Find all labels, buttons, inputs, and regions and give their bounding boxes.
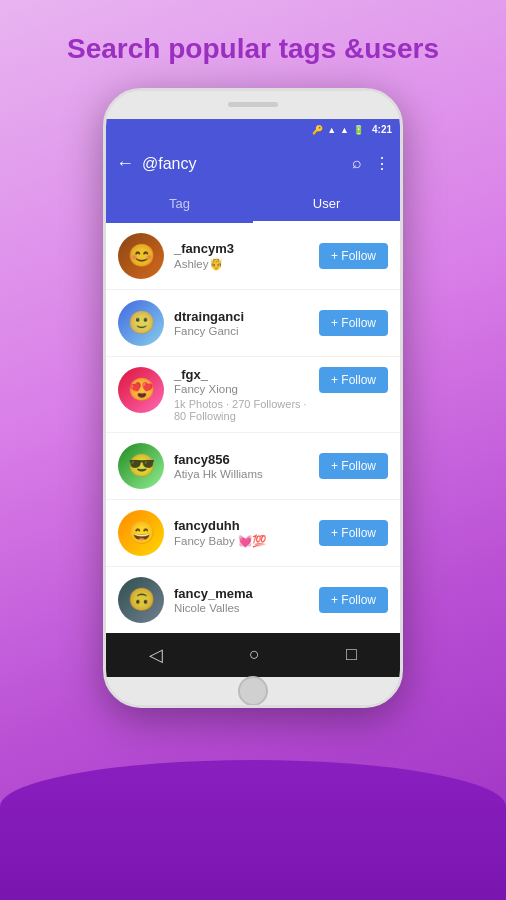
list-item: 😄fancyduhhFancy Baby 💓💯+ Follow bbox=[106, 500, 400, 567]
list-item: 😊_fancym3Ashley🤴+ Follow bbox=[106, 223, 400, 290]
user-display-name: Fancy Ganci bbox=[174, 325, 309, 337]
key-icon: 🔑 bbox=[312, 125, 323, 135]
user-handle: _fgx_ bbox=[174, 367, 309, 382]
more-icon[interactable]: ⋮ bbox=[374, 154, 390, 173]
tab-bar: Tag User bbox=[106, 187, 400, 223]
phone-frame: 🔑 ▲ ▲ 🔋 4:21 ← @fancy ⌕ ⋮ Tag User 😊_fan… bbox=[103, 88, 403, 708]
phone-top-bezel bbox=[106, 91, 400, 119]
wifi-icon: ▲ bbox=[340, 125, 349, 135]
follow-button[interactable]: + Follow bbox=[319, 453, 388, 479]
user-handle: fancyduhh bbox=[174, 518, 309, 533]
status-time: 4:21 bbox=[372, 124, 392, 135]
phone-speaker bbox=[228, 102, 278, 107]
user-info: dtrainganciFancy Ganci bbox=[174, 309, 309, 337]
avatar: 😄 bbox=[118, 510, 164, 556]
bottom-nav: ◁ ○ □ bbox=[106, 633, 400, 677]
avatar: 🙃 bbox=[118, 577, 164, 623]
user-display-name: Atiya Hk Williams bbox=[174, 468, 309, 480]
user-display-name: Fancy Xiong bbox=[174, 383, 309, 395]
avatar: 😎 bbox=[118, 443, 164, 489]
back-button[interactable]: ← bbox=[116, 153, 134, 174]
tab-tag[interactable]: Tag bbox=[106, 187, 253, 223]
user-info: fancyduhhFancy Baby 💓💯 bbox=[174, 518, 309, 548]
follow-button[interactable]: + Follow bbox=[319, 587, 388, 613]
avatar: 😊 bbox=[118, 233, 164, 279]
nav-home-button[interactable]: ○ bbox=[229, 636, 280, 673]
user-info: fancy_memaNicole Valles bbox=[174, 586, 309, 614]
bottom-wave bbox=[0, 760, 506, 900]
home-button[interactable] bbox=[238, 676, 268, 706]
user-stats: 1k Photos · 270 Followers · 80 Following bbox=[174, 398, 309, 422]
avatar: 🙂 bbox=[118, 300, 164, 346]
tab-user[interactable]: User bbox=[253, 187, 400, 223]
follow-button[interactable]: + Follow bbox=[319, 243, 388, 269]
user-handle: _fancym3 bbox=[174, 241, 309, 256]
user-display-name: Fancy Baby 💓💯 bbox=[174, 534, 309, 548]
user-handle: fancy856 bbox=[174, 452, 309, 467]
user-list: 😊_fancym3Ashley🤴+ Follow🙂dtrainganciFanc… bbox=[106, 223, 400, 633]
status-bar-icons: 🔑 ▲ ▲ 🔋 4:21 bbox=[312, 124, 392, 135]
follow-button[interactable]: + Follow bbox=[319, 367, 388, 393]
user-info: fancy856Atiya Hk Williams bbox=[174, 452, 309, 480]
status-bar: 🔑 ▲ ▲ 🔋 4:21 bbox=[106, 119, 400, 141]
avatar: 😍 bbox=[118, 367, 164, 413]
search-icon[interactable]: ⌕ bbox=[352, 154, 362, 173]
list-item: 😍_fgx_Fancy Xiong1k Photos · 270 Followe… bbox=[106, 357, 400, 433]
app-bar: ← @fancy ⌕ ⋮ bbox=[106, 141, 400, 187]
app-bar-icons: ⌕ ⋮ bbox=[352, 154, 390, 173]
headline: Search popular tags &users bbox=[47, 32, 459, 66]
nav-back-button[interactable]: ◁ bbox=[129, 636, 183, 674]
user-handle: fancy_mema bbox=[174, 586, 309, 601]
list-item: 🙂dtrainganciFancy Ganci+ Follow bbox=[106, 290, 400, 357]
follow-button[interactable]: + Follow bbox=[319, 520, 388, 546]
user-display-name: Ashley🤴 bbox=[174, 257, 309, 271]
battery-icon: 🔋 bbox=[353, 125, 364, 135]
list-item: 🙃fancy_memaNicole Valles+ Follow bbox=[106, 567, 400, 633]
signal-icon: ▲ bbox=[327, 125, 336, 135]
user-info: _fgx_Fancy Xiong1k Photos · 270 Follower… bbox=[174, 367, 309, 422]
phone-bottom-bezel bbox=[106, 677, 400, 705]
list-item: 😎fancy856Atiya Hk Williams+ Follow bbox=[106, 433, 400, 500]
user-handle: dtrainganci bbox=[174, 309, 309, 324]
follow-button[interactable]: + Follow bbox=[319, 310, 388, 336]
user-display-name: Nicole Valles bbox=[174, 602, 309, 614]
nav-recent-button[interactable]: □ bbox=[326, 636, 377, 673]
search-query-title: @fancy bbox=[142, 155, 344, 173]
user-info: _fancym3Ashley🤴 bbox=[174, 241, 309, 271]
